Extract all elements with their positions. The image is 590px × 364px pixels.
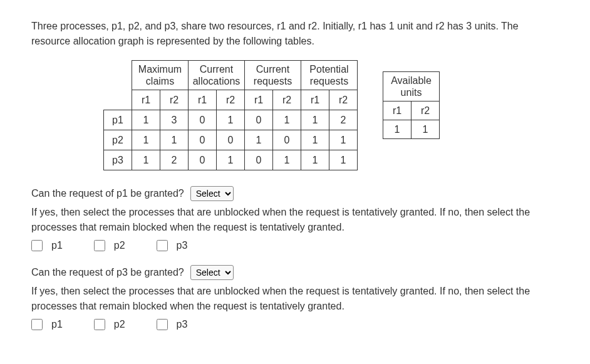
q1-text: Can the request of p1 be granted? <box>31 188 184 199</box>
q1-checkbox-row: p1 p2 p3 <box>31 240 559 251</box>
cell: 0 <box>245 110 273 130</box>
cell: 1 <box>132 130 160 150</box>
col-group-pot: Potential requests <box>301 61 358 90</box>
subhead: r2 <box>329 90 358 110</box>
checkbox-label: p2 <box>114 319 125 330</box>
subhead: r1 <box>301 90 329 110</box>
q2-checkbox-p1[interactable]: p1 <box>31 319 63 330</box>
cell: 1 <box>301 130 329 150</box>
row-label: p3 <box>104 150 132 170</box>
checkbox-input[interactable] <box>31 240 43 251</box>
question-1: Can the request of p1 be granted? Select… <box>31 186 559 251</box>
cell: 2 <box>329 110 358 130</box>
cell: 0 <box>189 130 217 150</box>
cell: 2 <box>160 150 189 170</box>
checkbox-input[interactable] <box>94 319 105 330</box>
subhead: r1 <box>189 90 217 110</box>
question-2: Can the request of p3 be granted? Select… <box>31 265 559 330</box>
cell: 0 <box>273 130 301 150</box>
cell: 0 <box>217 130 245 150</box>
intro-text: Three processes, p1, p2, and p3, share t… <box>31 19 559 49</box>
subhead: r2 <box>160 90 189 110</box>
q1-checkbox-p1[interactable]: p1 <box>31 240 63 251</box>
subhead: r2 <box>273 90 301 110</box>
col-group-req: Current requests <box>245 61 301 90</box>
q1-checkbox-p3[interactable]: p3 <box>157 240 188 251</box>
checkbox-label: p1 <box>51 319 63 330</box>
cell: 0 <box>245 150 273 170</box>
q1-checkbox-p2[interactable]: p2 <box>94 240 125 251</box>
table-row: p2 1 1 0 0 1 0 1 1 <box>104 130 358 150</box>
cell: 1 <box>329 150 358 170</box>
checkbox-input[interactable] <box>31 319 43 330</box>
cell: 1 <box>273 110 301 130</box>
col-group-max: Maximum claims <box>132 61 189 90</box>
cell: 1 <box>132 110 160 130</box>
cell: 1 <box>329 130 358 150</box>
subhead: r1 <box>132 90 160 110</box>
table-row: p3 1 2 0 1 0 1 1 1 <box>104 150 358 170</box>
checkbox-label: p3 <box>177 240 188 251</box>
col-group-alloc: Current allocations <box>189 61 245 90</box>
q1-followup: If yes, then select the processes that a… <box>31 205 559 235</box>
q2-checkbox-row: p1 p2 p3 <box>31 319 559 330</box>
checkbox-label: p3 <box>177 319 188 330</box>
cell: 1 <box>217 150 245 170</box>
subhead: r1 <box>245 90 273 110</box>
checkbox-input[interactable] <box>157 319 168 330</box>
row-label: p2 <box>104 130 132 150</box>
checkbox-label: p1 <box>51 240 63 251</box>
q2-followup: If yes, then select the processes that a… <box>31 284 559 314</box>
checkbox-input[interactable] <box>94 240 105 251</box>
avail-cell: 1 <box>411 120 440 139</box>
avail-cell: 1 <box>383 120 411 139</box>
avail-subhead: r2 <box>411 101 440 120</box>
cell: 1 <box>132 150 160 170</box>
cell: 3 <box>160 110 189 130</box>
cell: 1 <box>301 110 329 130</box>
cell: 1 <box>217 110 245 130</box>
table-row: p1 1 3 0 1 0 1 1 2 <box>104 110 358 130</box>
cell: 1 <box>245 130 273 150</box>
tables-container: Maximum claims Current allocations Curre… <box>103 60 559 170</box>
checkbox-label: p2 <box>114 240 125 251</box>
subhead: r2 <box>217 90 245 110</box>
corner-cell <box>104 61 132 110</box>
cell: 1 <box>273 150 301 170</box>
avail-header: Available units <box>383 72 440 101</box>
q2-checkbox-p3[interactable]: p3 <box>157 319 188 330</box>
q1-select[interactable]: Select <box>190 186 234 201</box>
cell: 0 <box>189 150 217 170</box>
q2-select[interactable]: Select <box>190 265 234 280</box>
q2-checkbox-p2[interactable]: p2 <box>94 319 125 330</box>
allocation-table: Maximum claims Current allocations Curre… <box>103 60 358 170</box>
checkbox-input[interactable] <box>157 240 168 251</box>
cell: 1 <box>301 150 329 170</box>
q2-text: Can the request of p3 be granted? <box>31 267 184 278</box>
available-table: Available units r1 r2 1 1 <box>383 71 440 139</box>
row-label: p1 <box>104 110 132 130</box>
cell: 1 <box>160 130 189 150</box>
cell: 0 <box>189 110 217 130</box>
avail-subhead: r1 <box>383 101 411 120</box>
